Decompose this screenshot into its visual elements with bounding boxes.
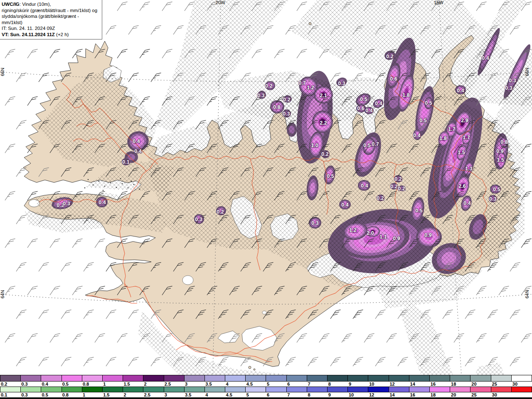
islet-speck: [88, 179, 89, 180]
precip-value-label: 0.3: [509, 78, 516, 84]
precip-value-label: 0.1: [122, 159, 129, 165]
legend-tick-label: 18: [431, 392, 436, 397]
legend-tick-label: 3.5: [205, 382, 212, 387]
precip-value-label: 0.5: [327, 173, 334, 179]
legend-tick-label: 4: [205, 392, 208, 397]
legend-segment: [103, 375, 123, 381]
precip-value-label: 0.6: [357, 106, 364, 111]
precip-value-label: 0.3: [283, 111, 290, 117]
legend-tick-label: 0.2: [1, 382, 7, 387]
legend-sleet-labels: 0.20.30.40.50.811.522.533.544.5567891012…: [0, 382, 532, 387]
precip-value-label: 1.8: [439, 135, 446, 141]
legend-segment: [62, 387, 82, 392]
graticule-label: 20W: [216, 0, 225, 5]
legend-tick-label: 0.3: [21, 382, 27, 387]
legend-tick-label: 25: [471, 392, 476, 397]
title-line-4: IT: Sun. 24. 11. 2024 09Z: [2, 25, 100, 32]
precip-value-label: 0.8: [273, 104, 280, 110]
lake: [262, 311, 266, 314]
legend-segment: [307, 375, 328, 381]
legend-segment: [246, 375, 266, 381]
legend-segment: [266, 387, 286, 392]
legend-tick-label: 4: [226, 382, 229, 387]
lake: [182, 276, 193, 285]
precip-value-label: 0.4: [365, 108, 372, 113]
legend-tick-label: 7: [287, 392, 290, 397]
legend-tick-label: 1: [103, 382, 106, 387]
small-island: [249, 366, 251, 369]
legend-tick-label: 8: [308, 392, 310, 397]
legend-segment: [41, 387, 62, 392]
precip-value-label: 0.5: [363, 143, 370, 148]
islet-speck: [84, 187, 86, 189]
precip-value-label: 0.7: [372, 141, 379, 147]
graticule-label: 66N: [0, 68, 5, 76]
legend-segment: [82, 387, 103, 392]
legend-segment: [205, 375, 225, 381]
legend-tick-label: 0.1: [1, 392, 7, 397]
legend-segment: [389, 375, 409, 381]
legend-rain-labels: 0.10.30.50.811.522.533.544.5567891012141…: [0, 392, 532, 397]
graticule-label: 15W: [434, 0, 443, 5]
legend-tick-label: 2: [144, 382, 147, 387]
legend-tick-label: 20: [471, 382, 476, 387]
legend-segment: [287, 387, 307, 392]
precip-value-label: 2.0: [367, 230, 374, 236]
legend-tick-label: 6: [267, 392, 269, 397]
precip-value-label: 0.4: [463, 200, 470, 206]
legend-segment: [246, 387, 266, 392]
legend-segment: [368, 375, 389, 381]
precip-value-label: 0.4: [361, 183, 368, 189]
legend-sleet-bar: [0, 375, 532, 382]
precip-value-label: 0.9: [496, 148, 503, 154]
title-box: UWC/IG: Vindur (10m), rigning/skúrir (gr…: [0, 0, 102, 39]
legend-tick-label: 16: [431, 382, 436, 387]
legend-tick-label: 4.5: [226, 392, 232, 397]
precip-value-label: 2.2: [320, 120, 327, 126]
legend: 0.20.30.40.50.811.522.533.544.5567891012…: [0, 375, 532, 399]
graticule-label: 64N: [0, 290, 5, 298]
legend-segment: [123, 375, 143, 381]
precip-value-label: 0.4: [413, 133, 420, 138]
precip-value-label: 1.8: [402, 92, 409, 98]
legend-segment: [266, 375, 286, 381]
precip-value-label: 1.2: [307, 85, 314, 91]
title-line-3: slydda/snjókoma (grátt/bleikt/grænt - mm…: [2, 13, 100, 25]
legend-tick-label: 1: [83, 392, 85, 397]
legend-segment: [143, 375, 164, 381]
weather-map-stage: 0.20.40.60.30.30.20.71.22.10.31.80.50.40…: [0, 0, 532, 399]
precip-value-label: 0.3: [311, 220, 318, 226]
small-island: [254, 369, 255, 370]
precip-value-label: 0.3: [63, 201, 70, 207]
legend-tick-label: 10: [349, 392, 354, 397]
legend-segment: [0, 375, 21, 381]
precip-value-label: 0.2: [283, 97, 290, 103]
legend-segment: [470, 375, 491, 381]
legend-tick-label: 12: [369, 392, 374, 397]
legend-tick-label: 1.5: [123, 382, 130, 387]
legend-segment: [21, 387, 41, 392]
precip-value-label: 0.4: [133, 138, 140, 144]
legend-tick-label: 5: [246, 392, 249, 397]
legend-segment: [62, 375, 82, 381]
legend-segment: [328, 375, 348, 381]
legend-rain-bar: [0, 387, 532, 392]
legend-tick-label: 4.5: [246, 382, 253, 387]
legend-segment: [41, 375, 62, 381]
title-line-5: VT: Sun. 24.11.2024 11Z (+2 h): [2, 32, 100, 38]
precip-value-label: 0.5: [425, 100, 432, 106]
legend-tick-label: 3: [185, 382, 187, 387]
legend-segment: [225, 375, 246, 381]
precip-value-label: 0.4: [99, 200, 106, 205]
precip-value-label: 0.2: [377, 195, 384, 201]
precip-value-label: 1.5: [497, 157, 504, 163]
legend-segment: [21, 375, 41, 381]
precip-value-label: 0.2: [390, 184, 397, 190]
legend-segment: [307, 387, 328, 392]
legend-segment: [430, 375, 450, 381]
precip-value-label: 0.7: [298, 80, 305, 86]
legend-tick-label: 8: [328, 382, 331, 387]
legend-segment: [491, 387, 512, 392]
legend-tick-label: 9: [328, 392, 331, 397]
precip-value-label: 0.4: [457, 88, 464, 94]
